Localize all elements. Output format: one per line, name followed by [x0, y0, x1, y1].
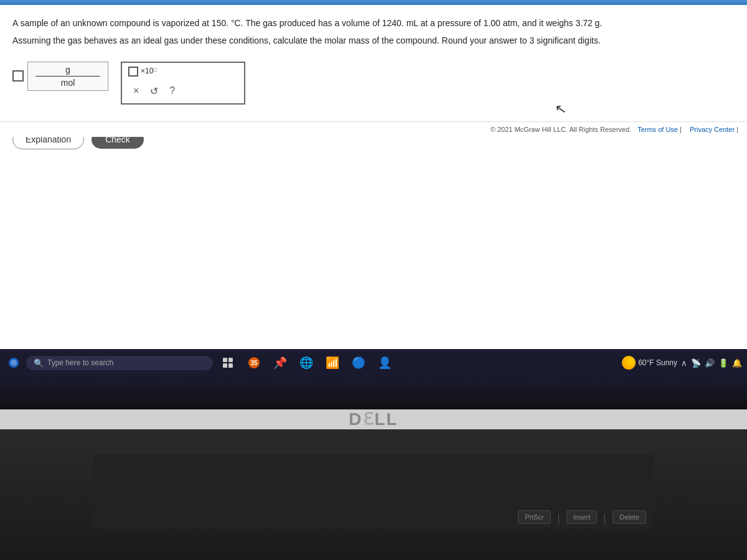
dell-brand: DƐLL: [349, 409, 398, 429]
laptop-bezel-top: [0, 376, 747, 409]
taskbar-right: 60°F Sunny ∧ 📡 🔊 🔋 🔔: [622, 356, 742, 370]
copyright-bar: © 2021 McGraw Hill LLC. All Rights Reser…: [0, 121, 747, 137]
key-divider-2: [604, 514, 605, 524]
svg-point-1: [11, 360, 17, 366]
keyboard-area: PrtScr Insert Delete: [93, 454, 654, 529]
search-icon: 🔍: [34, 358, 44, 368]
weather-sun-icon: [622, 356, 636, 370]
weather-widget[interactable]: 60°F Sunny: [622, 356, 677, 370]
x10-label: ×10 □: [141, 67, 157, 75]
search-placeholder-text: Type here to search: [47, 358, 113, 367]
close-button[interactable]: ×: [133, 85, 139, 96]
copyright-text: © 2021 McGraw Hill LLC. All Rights Reser…: [491, 126, 631, 133]
fraction-box[interactable]: g mol: [27, 62, 108, 91]
taskbar-edge-icon[interactable]: 🔵: [347, 352, 370, 374]
browser-content: A sample of an unknown compound is vapor…: [0, 5, 747, 353]
delete-key[interactable]: Delete: [613, 510, 646, 524]
dell-text: DƐLL: [349, 409, 398, 429]
system-tray-caret[interactable]: ∧: [681, 358, 687, 368]
help-button[interactable]: ?: [169, 85, 175, 96]
notification-icon[interactable]: 🔔: [732, 358, 742, 368]
browser-top-bar: [0, 0, 747, 5]
question-line1: A sample of an unknown compound is vapor…: [12, 16, 735, 30]
fraction-denominator: mol: [61, 77, 75, 88]
sci-checkbox[interactable]: [128, 67, 138, 77]
separator: |: [678, 126, 684, 133]
x10-superscript: □: [153, 67, 156, 73]
privacy-center-link[interactable]: Privacy Center: [690, 126, 735, 133]
sep2: |: [735, 126, 738, 133]
x10-text: ×10: [141, 67, 153, 75]
taskbar-user-icon[interactable]: 👤: [374, 352, 396, 374]
taskbar-pin-icon[interactable]: 📌: [269, 352, 291, 374]
svg-rect-3: [228, 358, 233, 362]
svg-rect-4: [223, 363, 227, 368]
question-line2: Assuming the gas behaves as an ideal gas…: [12, 34, 735, 47]
prtscr-key[interactable]: PrtScr: [518, 510, 551, 524]
network-icon[interactable]: 📡: [691, 358, 701, 368]
key-divider: [558, 514, 559, 524]
taskbar-chrome-icon[interactable]: 🌐: [295, 352, 317, 374]
sci-notation-controls: × ↺ ?: [128, 83, 180, 100]
laptop-base: PrtScr Insert Delete: [0, 429, 747, 560]
pinned-app-badge[interactable]: 35: [243, 352, 265, 374]
insert-key[interactable]: Insert: [566, 510, 598, 524]
undo-button[interactable]: ↺: [150, 85, 158, 97]
answer-area: g mol ×10 □ × ↺ ?: [12, 62, 735, 105]
taskbar-wifi-icon[interactable]: 📶: [321, 352, 344, 374]
terms-of-use-link[interactable]: Terms of Use: [637, 126, 678, 133]
badge-count: 35: [248, 357, 260, 368]
fraction-numerator: g: [35, 65, 100, 77]
sci-notation-inner: ×10 □: [128, 67, 157, 77]
volume-icon[interactable]: 🔊: [705, 358, 715, 368]
answer-checkbox[interactable]: [12, 70, 24, 82]
svg-rect-5: [228, 363, 233, 368]
taskbar: 🔍 Type here to search 35 📌 🌐 📶 🔵 👤 60°F …: [0, 349, 747, 376]
battery-icon[interactable]: 🔋: [718, 358, 728, 368]
weather-temp-text: 60°F Sunny: [638, 358, 677, 367]
start-button[interactable]: [5, 354, 22, 371]
fraction-input-container: g mol: [12, 62, 108, 91]
taskbar-search-bar[interactable]: 🔍 Type here to search: [26, 356, 213, 370]
svg-rect-2: [223, 358, 227, 362]
task-view-button[interactable]: [217, 352, 239, 374]
scientific-notation-box[interactable]: ×10 □ × ↺ ?: [121, 62, 245, 105]
